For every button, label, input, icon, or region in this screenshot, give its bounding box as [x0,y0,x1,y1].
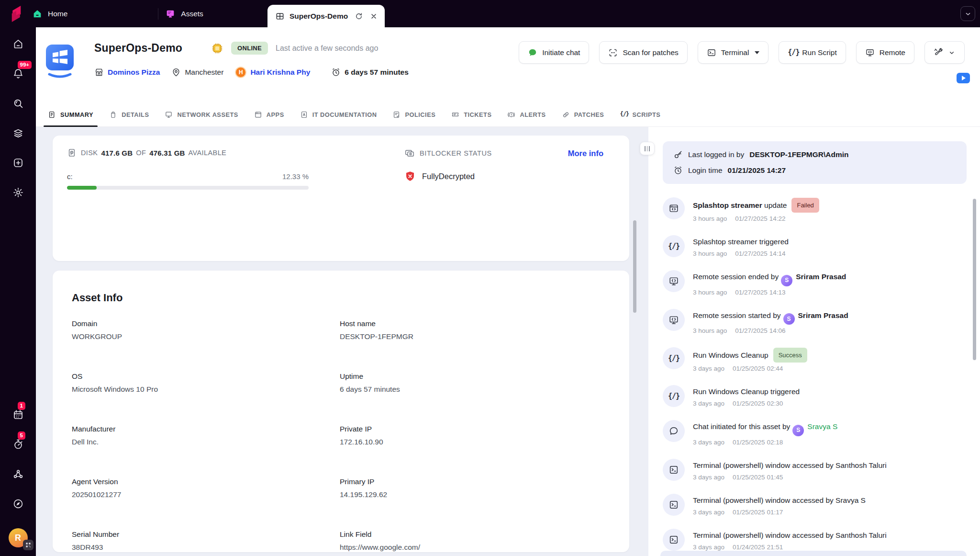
tab-alerts[interactable]: ALERTS [506,103,547,126]
initiate-chat-button[interactable]: Initiate chat [519,41,589,64]
more-info-link[interactable]: More info [568,149,603,158]
activity-item[interactable]: Terminal (powershell) window accessed by… [663,494,967,516]
field-value: Microsoft Windows 10 Pro [72,385,340,394]
tab-label: NETWORK ASSETS [177,111,238,118]
chevron-down-icon [948,49,956,57]
asset-header: SuperOps-Demo ONLINE Last active a few s… [36,27,980,103]
scan-icon [608,48,618,57]
tab-summary-icon [48,111,56,119]
tab-policies[interactable]: POLICIES [391,103,437,126]
client-link[interactable]: Dominos Pizza [108,68,160,77]
sidebar-item-asset-stack[interactable] [8,123,28,143]
close-tab-icon[interactable] [370,12,378,20]
superops-logo-icon[interactable] [7,4,28,23]
activity-body: Remote session ended bySSriram Prasad3 h… [693,270,846,296]
activity-item[interactable]: {/}Run Windows Cleanup triggered3 days a… [663,385,967,407]
drive-percent: 12.33 % [282,172,309,181]
relative-time: 3 hours ago [693,327,727,334]
technician-name[interactable]: Sriram Prasad [796,272,846,281]
user-avatar[interactable]: R [9,528,28,547]
terminal-icon [668,534,679,545]
asset-stack-icon [12,127,24,139]
scan-for-patches-button[interactable]: Scan for patches [599,41,687,64]
topbar-tab-superops-demo[interactable]: SuperOps-Demo [267,5,385,27]
activity-app-window-icon [663,197,685,219]
technician-avatar: S [783,313,795,325]
site-label[interactable]: Manchester [185,68,223,77]
disk-header: DISK 417.6 GB OF 476.31 GB AVAILABLE [67,148,309,158]
tab-apps[interactable]: APPS [253,103,286,126]
tab-details-icon [109,111,117,119]
login-time-row: Login time 01/21/2025 14:27 [673,166,956,175]
relative-time: 3 days ago [693,365,724,372]
last-login-value: DESKTOP-1FEPMGR\Admin [749,150,848,159]
field-label: Primary IP [340,477,610,486]
run-script-button[interactable]: {/}Run Script [779,41,846,64]
relative-time: 3 days ago [693,509,724,516]
terminal-button[interactable]: Terminal [698,41,769,64]
braces-icon: {/} [788,48,797,57]
sidebar-item-integrations[interactable] [8,464,28,484]
panel-drag-handle[interactable] [640,142,655,155]
refresh-icon[interactable] [355,12,363,21]
tab-scripts[interactable]: {/}SCRIPTS [618,103,662,126]
sidebar-item-explore[interactable] [8,494,28,514]
tab-summary[interactable]: SUMMARY [46,103,95,126]
topbar-tab-home[interactable]: Home [32,0,67,27]
asset-field-host-name: Host nameDESKTOP-1FEPMGR [340,319,610,372]
activity-item[interactable]: Terminal (powershell) window accessed by… [663,459,967,481]
activity-item[interactable]: Remote session started bySSriram Prasad3… [663,309,967,335]
status-badge: ONLINE [231,42,268,55]
activity-scrollbar-thumb[interactable] [973,199,976,360]
sidebar-item-notifications[interactable]: 99+ [8,64,28,84]
technician-name[interactable]: Sriram Prasad [798,311,848,319]
activity-meta: 3 hours ago01/27/2025 14:22 [693,215,819,222]
activity-text: Splashtop streamer [693,201,762,209]
technician-avatar: S [792,425,804,436]
bitlocker-section: BITLOCKER STATUS More info FullyDecrypte… [404,148,615,249]
tab-apps-icon [254,111,262,119]
activity-title: Splashtop streamer triggered [693,236,789,248]
remote-button[interactable]: Remote [856,41,914,64]
activity-item[interactable]: Terminal (powershell) window accessed by… [663,529,967,551]
activity-item[interactable]: Splashtop streamer updateFailed3 hours a… [663,197,967,222]
assets-icon [165,9,176,19]
sidebar-item-calendar[interactable]: 1 [8,405,28,425]
window-collapse-button[interactable] [960,6,975,21]
sidebar-item-timer[interactable]: 5 [8,434,28,454]
activity-meta: 3 days ago01/25/2025 01:45 [693,474,887,481]
tools-button[interactable] [924,41,965,64]
activity-meta: 3 hours ago01/27/2025 14:06 [693,327,848,334]
activity-item[interactable]: {/}Splashtop streamer triggered3 hours a… [663,235,967,257]
tab-network-assets[interactable]: NETWORK ASSETS [163,103,239,126]
main-scrollbar-thumb[interactable] [633,220,636,313]
sidebar-item-create[interactable] [8,153,28,173]
contact-link[interactable]: Hari Krishna Phy [250,68,310,77]
activity-item[interactable]: Chat initiated for this asset bySSravya … [663,420,967,446]
activity-text: Terminal (powershell) window accessed by… [693,496,866,504]
tab-label: DETAILS [122,111,149,118]
sidebar-item-settings[interactable] [8,182,28,203]
explore-icon [12,498,24,510]
tab-it-documentation[interactable]: IT DOCUMENTATION [299,103,379,126]
disk-section: DISK 417.6 GB OF 476.31 GB AVAILABLE c: … [67,148,309,249]
activity-body: Run Windows Cleanup triggered3 days ago0… [693,385,800,407]
activity-item[interactable]: Remote session ended bySSriram Prasad3 h… [663,270,967,296]
sidebar-item-search[interactable] [8,93,28,113]
technician-name[interactable]: Sravya S [807,422,837,431]
tab-tickets[interactable]: TICKETS [450,103,493,126]
topbar-tab-assets[interactable]: Assets [165,0,203,27]
sidebar-item-home[interactable] [8,34,28,54]
home-icon [12,38,24,50]
scan-qr-badge[interactable] [23,540,33,550]
asset-field-primary-ip: Primary IP14.195.129.62 [340,477,610,530]
disk-icon [67,148,77,158]
activity-body: Remote session started bySSriram Prasad3… [693,309,848,335]
asset-meta-row: Dominos Pizza Manchester H Hari Krishna … [94,67,409,78]
absolute-time: 01/27/2025 14:13 [735,289,785,296]
activity-item[interactable]: {/}Run Windows CleanupSuccess3 days ago0… [663,347,967,372]
video-play-button[interactable] [957,73,970,83]
tab-label: IT DOCUMENTATION [312,111,377,118]
tab-patches[interactable]: PATCHES [560,103,606,126]
tab-details[interactable]: DETAILS [108,103,150,126]
